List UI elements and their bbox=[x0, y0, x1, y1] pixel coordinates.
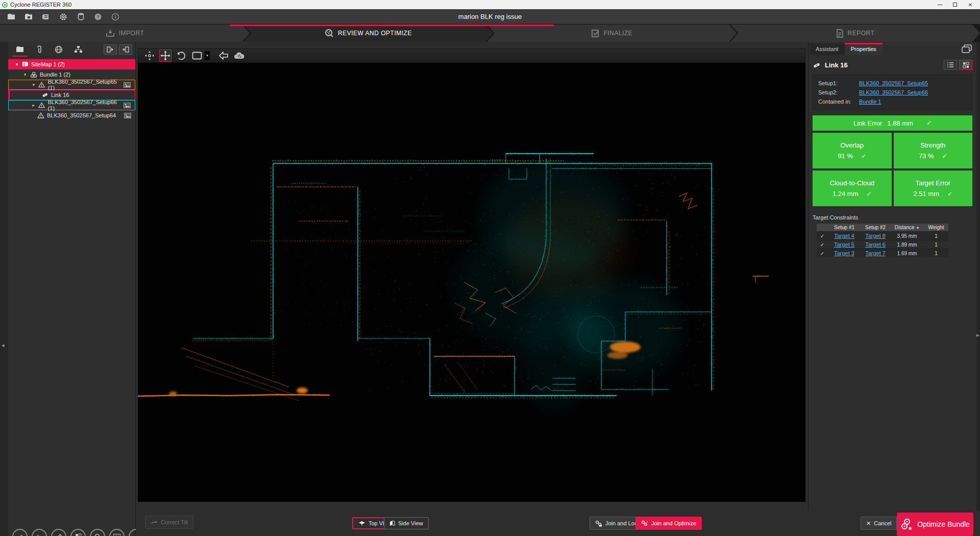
pan-tool-button[interactable] bbox=[143, 50, 156, 62]
metric-title: Strength bbox=[920, 141, 945, 149]
sort-desc-icon: ▼ bbox=[916, 226, 919, 230]
database-icon[interactable] bbox=[75, 11, 87, 22]
minimize-button[interactable] bbox=[932, 0, 947, 9]
check-icon: ✓ bbox=[867, 190, 872, 198]
expand-right-panel-arrow[interactable]: ▸ bbox=[976, 332, 979, 338]
join-optimize-icon bbox=[641, 520, 648, 527]
grid-view-icon bbox=[963, 62, 969, 68]
join-lock-icon bbox=[595, 520, 602, 527]
expand-all-button[interactable] bbox=[104, 44, 117, 55]
join-and-optimize-button[interactable]: Join and Optimize bbox=[635, 517, 702, 530]
check-icon: ✓ bbox=[947, 190, 952, 198]
sidebar-tab-geo[interactable] bbox=[50, 42, 67, 57]
metric-title: Link Error bbox=[853, 119, 882, 127]
col-setup2[interactable]: Setup #2 bbox=[861, 224, 890, 232]
nav-forward-button[interactable]: ▶ bbox=[32, 529, 47, 536]
workflow-step-finalize[interactable]: FINALIZE bbox=[487, 25, 737, 42]
workflow-step-review-and-optimize[interactable]: REVIEW AND OPTIMIZE bbox=[243, 25, 493, 42]
target-link[interactable]: Target 6 bbox=[865, 241, 886, 248]
tab-assistant[interactable]: Assistant bbox=[810, 43, 845, 55]
image-icon[interactable] bbox=[124, 103, 131, 108]
left-edge-strip: ◂ bbox=[0, 42, 8, 536]
sidebar-tab-project-tree[interactable] bbox=[11, 42, 29, 57]
row-check[interactable]: ✓ bbox=[817, 240, 828, 249]
workflow-step-report[interactable]: REPORT bbox=[730, 25, 980, 42]
collapse-left-panel-arrow[interactable]: ◂ bbox=[2, 342, 5, 349]
rect-select-tool-button[interactable] bbox=[191, 50, 203, 62]
point-cloud-viewport[interactable] bbox=[138, 63, 805, 502]
storage-icon[interactable] bbox=[40, 11, 52, 22]
tree-item-setup64[interactable]: BLK360_3502567_Setup64 bbox=[8, 110, 135, 120]
nav-back-button[interactable]: ◀ bbox=[12, 529, 28, 536]
search-button[interactable] bbox=[90, 529, 105, 536]
collapse-all-button[interactable] bbox=[119, 44, 132, 55]
row-check[interactable]: ✓ bbox=[817, 249, 828, 258]
restore-button[interactable] bbox=[947, 0, 963, 9]
target-link[interactable]: Target 4 bbox=[834, 233, 854, 239]
keyboard-button[interactable] bbox=[109, 529, 125, 536]
panel-layout-button[interactable] bbox=[960, 43, 973, 54]
grid-view-button[interactable] bbox=[959, 60, 972, 70]
col-distance[interactable]: Distance ▼ bbox=[890, 224, 924, 232]
info-icon[interactable]: i bbox=[109, 11, 121, 22]
cloud-icon bbox=[234, 52, 245, 60]
tree-item-link16[interactable]: Link 16 bbox=[8, 90, 135, 100]
caret-down-icon[interactable]: ▾ bbox=[31, 82, 36, 87]
project-tree: ▾ SiteMap 1 (2) ▾ Bundle 1 (2) ▾ BLK360_… bbox=[8, 57, 135, 120]
tree-item-setup65[interactable]: ▾ BLK360_3502567_Setup65 (1) bbox=[8, 80, 135, 90]
col-weight[interactable]: Weight bbox=[924, 224, 948, 232]
table-row[interactable]: ✓ Target 3 Target 7 1.69 mm 1 bbox=[817, 249, 948, 258]
image-icon[interactable] bbox=[124, 82, 131, 88]
bundle-link[interactable]: Bundle 1 bbox=[859, 99, 881, 105]
caret-right-icon[interactable]: ▸ bbox=[31, 103, 36, 108]
move-tool-button[interactable] bbox=[159, 50, 172, 62]
list-view-button[interactable] bbox=[944, 60, 957, 70]
table-row[interactable]: ✓ Target 4 Target 8 3.95 mm 1 bbox=[817, 232, 948, 240]
step-label: FINALIZE bbox=[604, 30, 633, 37]
undo-button[interactable] bbox=[217, 50, 230, 62]
import-project-icon[interactable] bbox=[22, 11, 35, 22]
sidebar-tab-links[interactable] bbox=[31, 42, 48, 57]
edit-button[interactable] bbox=[51, 529, 66, 536]
review-step-icon bbox=[325, 29, 334, 38]
target-link[interactable]: Target 8 bbox=[865, 233, 886, 239]
setup2-link[interactable]: BLK360_3502567_Setup66 bbox=[859, 89, 928, 95]
open-project-icon[interactable] bbox=[5, 11, 17, 22]
rotate-tool-button[interactable] bbox=[175, 50, 187, 62]
side-view-button[interactable]: Side View bbox=[384, 517, 429, 529]
tab-properties[interactable]: Properties bbox=[845, 43, 883, 55]
sidebar-tab-sitemap[interactable] bbox=[69, 42, 87, 57]
target-link[interactable]: Target 5 bbox=[834, 241, 854, 248]
info-row: Contained in: Bundle 1 bbox=[818, 97, 967, 106]
layout-button[interactable] bbox=[70, 529, 86, 536]
row-distance: 1.89 mm bbox=[890, 240, 924, 249]
cloud-view-button[interactable] bbox=[233, 50, 246, 62]
target-link[interactable]: Target 7 bbox=[865, 250, 886, 256]
project-title: marion BLK reg issue bbox=[0, 13, 980, 20]
optimize-bundle-button[interactable]: Optimize Bundle bbox=[897, 513, 973, 536]
sitemap-nodes-icon bbox=[74, 45, 83, 53]
cancel-button[interactable]: ✕ Cancel bbox=[861, 517, 897, 530]
help-icon[interactable]: ? bbox=[92, 11, 104, 22]
target-error-tile: Target Error 2.51 mm✓ bbox=[894, 170, 973, 206]
image-icon[interactable] bbox=[124, 113, 131, 118]
tilt-icon bbox=[151, 519, 158, 525]
settings-gear-icon[interactable] bbox=[57, 11, 69, 22]
caret-down-icon[interactable]: ▾ bbox=[14, 62, 19, 67]
tree-item-bundle[interactable]: ▾ Bundle 1 (2) bbox=[8, 69, 135, 80]
warning-icon bbox=[38, 82, 45, 88]
tree-item-sitemap[interactable]: ▾ SiteMap 1 (2) bbox=[8, 59, 135, 69]
setup1-link[interactable]: BLK360_3502567_Setup65 bbox=[859, 80, 928, 86]
correct-tilt-button[interactable]: Correct Tilt bbox=[145, 516, 193, 529]
rect-select-dropdown[interactable]: ▾ bbox=[205, 51, 210, 60]
row-check[interactable]: ✓ bbox=[817, 232, 828, 240]
active-step-indicator bbox=[230, 25, 554, 26]
close-button[interactable]: ✕ bbox=[963, 0, 978, 9]
target-link[interactable]: Target 3 bbox=[834, 250, 854, 256]
table-row[interactable]: ✓ Target 5 Target 6 1.89 mm 1 bbox=[817, 240, 948, 249]
menu-toolbar: ? i marion BLK reg issue bbox=[0, 9, 980, 25]
col-setup1[interactable]: Setup #1 bbox=[828, 224, 861, 232]
caret-down-icon[interactable]: ▾ bbox=[22, 72, 28, 77]
tree-item-setup66[interactable]: ▸ BLK360_3502567_Setup66 (1) bbox=[8, 100, 135, 110]
workflow-step-import[interactable]: IMPORT bbox=[0, 25, 250, 42]
